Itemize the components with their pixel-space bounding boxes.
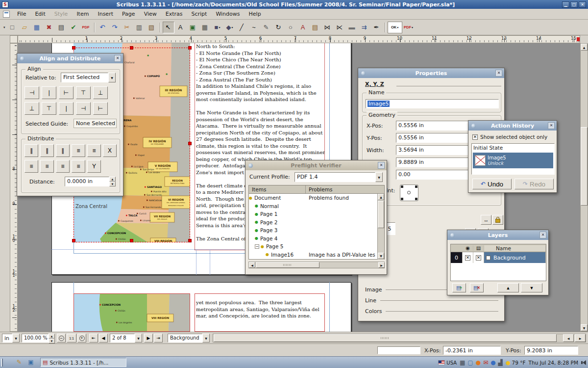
menu-edit[interactable]: Edit (30, 9, 49, 19)
clock[interactable]: Thu Jul 24, 8:28 PM (529, 360, 578, 366)
add-layer-button[interactable]: ▤+ (452, 283, 466, 292)
scroll-up-icon[interactable]: ▲ (581, 44, 588, 51)
scroll-down-icon[interactable]: ▼ (581, 324, 588, 331)
distribute-y-distance-button[interactable]: Y (87, 160, 101, 173)
redo-button[interactable]: ↷ Redo (514, 179, 554, 189)
problems-table[interactable]: Items Problems ● Document Problems found… (248, 185, 385, 260)
image-frame[interactable] (74, 293, 190, 332)
input-method-icon[interactable]: ▦ (460, 360, 465, 366)
menu-help[interactable]: Help (245, 9, 266, 19)
align-left-sides-button[interactable]: ⊣ (24, 86, 39, 99)
table-vscrollbar[interactable]: ▲ ▼ (377, 194, 384, 260)
align-right-sides-button[interactable]: ⊢ (59, 86, 74, 99)
chevron-down-icon[interactable]: ▼ (135, 334, 142, 342)
menu-file[interactable]: File (13, 9, 30, 19)
zoom-tool[interactable]: ○ (285, 22, 297, 33)
close-icon[interactable]: ✕ (539, 232, 546, 238)
open-document-button[interactable]: ▱ (19, 22, 31, 33)
tab-xyz[interactable]: X, Y, Z (365, 81, 384, 87)
weather-applet[interactable]: ● 79 °F (506, 360, 526, 366)
distance-spinner[interactable]: 0.0000 in ▲▼ (65, 177, 116, 186)
scroll-right-icon[interactable]: ▶ (575, 334, 586, 342)
undo-button[interactable]: ↶ (97, 22, 109, 33)
unit-dropdown[interactable]: in ▼ (2, 334, 20, 342)
layers-table[interactable]: ◉ ▤ Name 0 ✕ ✕ Background (450, 244, 546, 281)
dialog-title-bar[interactable]: Properties ✕ (358, 68, 504, 78)
tree-expander-icon[interactable]: − (255, 244, 259, 249)
basepoint-widget[interactable] (400, 184, 418, 201)
zoom-in-button[interactable]: + (77, 334, 86, 342)
panel-handle[interactable] (1, 359, 3, 367)
raise-layer-button[interactable]: ▲ (497, 283, 519, 292)
tree-row[interactable]: ● Page 4 (249, 235, 377, 243)
distribute-equal-h-button[interactable]: ≡ (40, 160, 54, 173)
scrollbar-thumb[interactable] (378, 201, 384, 228)
first-page-button[interactable]: ⇤ (89, 334, 98, 342)
text-column[interactable]: yet most populous area. The three larges… (196, 299, 325, 319)
align-right-to-left-button[interactable]: ⊢ (93, 102, 108, 115)
tree-row[interactable]: ● Page 3 (249, 226, 377, 235)
dialog-title-bar[interactable]: Action History ✕ (468, 121, 557, 131)
next-page-button[interactable]: ▶ (144, 334, 153, 342)
eye-dropper-tool[interactable]: ✒ (371, 22, 383, 33)
distribute-tops-button[interactable]: ≡ (72, 144, 85, 157)
copy-button[interactable]: ▥ (134, 22, 146, 33)
zoom-spinner[interactable]: 100.00 % ▲▼ (22, 334, 55, 342)
close-icon[interactable]: ✕ (548, 122, 555, 129)
close-icon[interactable]: ✕ (114, 55, 121, 62)
distribute-left-sides-button[interactable]: ∥ (24, 144, 38, 157)
maximize-icon[interactable]: □ (570, 1, 578, 8)
tree-row[interactable]: ● Normal (249, 202, 377, 210)
selection-handle[interactable] (72, 239, 75, 242)
selection-handle[interactable] (188, 239, 192, 242)
display-settings-icon[interactable]: ▢ (467, 360, 473, 366)
dialog-title-bar[interactable]: Layers ✕ (447, 230, 548, 240)
properties-tab[interactable]: Line (365, 295, 498, 306)
vertical-scrollbar[interactable]: ▲ ▼ (580, 43, 588, 332)
horizontal-scrollbar[interactable]: ◀ ▶ (213, 334, 586, 342)
taskbar-window-button[interactable]: ▤ Scribus 1.3.3.11 - [/h... (40, 358, 126, 367)
menu-view[interactable]: View (140, 9, 161, 19)
list-item-selected[interactable]: Image5 Unlock (473, 153, 553, 168)
selection-handle[interactable] (188, 142, 192, 145)
export-pdf-button[interactable]: PDF (80, 22, 92, 33)
distribute-margins-button[interactable]: ≡ (72, 160, 85, 173)
minimize-icon[interactable]: ▁ (562, 1, 569, 8)
chevron-down-icon[interactable]: ▼ (108, 73, 116, 82)
horizontal-ruler[interactable]: 123456789101112131415 (18, 35, 580, 43)
scrollbar-thumb[interactable] (214, 334, 557, 342)
list-item[interactable]: Initial State (473, 145, 503, 151)
chevron-down-icon[interactable]: ▼ (202, 334, 210, 342)
close-icon[interactable]: ✕ (495, 70, 502, 77)
update-notifier-icon[interactable]: ● (476, 360, 481, 366)
story-editor-tool[interactable]: ▤ (310, 22, 321, 33)
tree-row[interactable]: ● Page 1 (249, 210, 377, 218)
menu-page[interactable]: Page (118, 9, 140, 19)
scroll-up-icon[interactable]: ▲ (378, 194, 384, 200)
title-bar[interactable]: S Scribus 1.3.3.11 - [/home/zach/Documen… (0, 0, 588, 9)
network-monitor-icon[interactable]: ▟ (498, 360, 503, 366)
page-number-dropdown[interactable]: 2 of 8 ▼ (110, 334, 142, 342)
measurements-tool[interactable]: ▬ (346, 22, 358, 33)
distribute-centers-h-button[interactable]: ∥ (40, 144, 54, 157)
preflight-verifier-button[interactable]: ✔ (68, 22, 80, 33)
column-header-items[interactable]: Items (249, 185, 306, 193)
menu-windows[interactable]: Windows (211, 9, 244, 19)
tree-row[interactable]: ● Page 2 (249, 218, 377, 227)
align-bottom-to-top-button[interactable]: ⊥ (24, 102, 39, 115)
delete-layer-button[interactable]: ▤✕ (470, 283, 484, 292)
keyboard-layout-indicator[interactable]: USA (438, 360, 457, 366)
align-bottoms-button[interactable]: ⊥ (93, 86, 108, 99)
scroll-right-icon[interactable]: ▶ (378, 262, 385, 268)
show-selected-checkbox[interactable]: ✕ (472, 134, 478, 140)
undo-button[interactable]: ↶ Undo (472, 179, 512, 189)
name-column-header[interactable]: Name (484, 245, 546, 251)
cut-button[interactable]: ✂ (122, 22, 133, 33)
insert-table-tool[interactable]: ▦ (199, 22, 211, 33)
history-list[interactable]: Initial State Image5 Unlock (471, 143, 555, 175)
last-page-button[interactable]: ⇥ (154, 334, 163, 342)
app-icon[interactable]: S (2, 1, 8, 8)
link-text-frames-tool[interactable]: ⋈ (322, 22, 334, 33)
zoom-out-button[interactable]: – (57, 334, 66, 342)
lower-layer-button[interactable]: ▼ (521, 283, 542, 292)
